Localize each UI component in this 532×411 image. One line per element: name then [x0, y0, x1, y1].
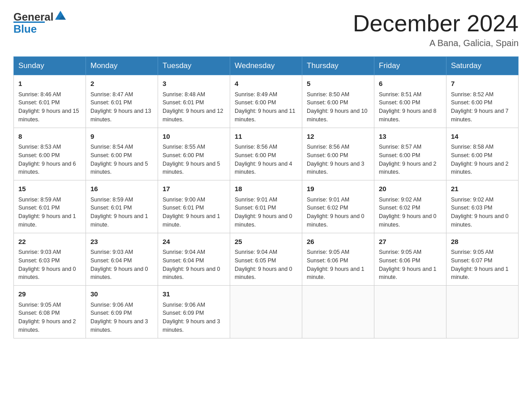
day-info: Sunrise: 8:56 AMSunset: 6:00 PMDaylight:… [235, 143, 297, 176]
day-number: 19 [307, 184, 369, 194]
day-info: Sunrise: 9:05 AMSunset: 6:07 PMDaylight:… [451, 248, 514, 282]
calendar-cell: 31Sunrise: 9:06 AMSunset: 6:09 PMDayligh… [158, 286, 230, 338]
col-header-thursday: Thursday [302, 57, 374, 75]
col-header-monday: Monday [86, 57, 158, 75]
calendar-cell: 3Sunrise: 8:48 AMSunset: 6:01 PMDaylight… [158, 75, 230, 128]
day-number: 30 [90, 289, 153, 300]
calendar-cell: 1Sunrise: 8:46 AMSunset: 6:01 PMDaylight… [14, 75, 86, 128]
day-number: 8 [18, 132, 81, 142]
day-number: 28 [451, 237, 514, 247]
day-number: 1 [18, 79, 81, 89]
day-info: Sunrise: 9:06 AMSunset: 6:09 PMDaylight:… [163, 301, 225, 334]
calendar-cell: 24Sunrise: 9:04 AMSunset: 6:04 PMDayligh… [158, 233, 230, 286]
calendar-table: SundayMondayTuesdayWednesdayThursdayFrid… [13, 56, 519, 338]
location: A Bana, Galicia, Spain [353, 38, 519, 48]
calendar-cell: 19Sunrise: 9:01 AMSunset: 6:02 PMDayligh… [302, 180, 374, 233]
day-number: 13 [379, 132, 442, 142]
calendar-cell: 6Sunrise: 8:51 AMSunset: 6:00 PMDaylight… [374, 75, 446, 128]
day-number: 25 [235, 237, 297, 247]
week-row-2: 8Sunrise: 8:53 AMSunset: 6:00 PMDaylight… [14, 128, 519, 180]
col-header-saturday: Saturday [446, 57, 519, 75]
calendar-cell: 5Sunrise: 8:50 AMSunset: 6:00 PMDaylight… [302, 75, 374, 128]
day-info: Sunrise: 8:51 AMSunset: 6:00 PMDaylight:… [379, 90, 442, 124]
header-right: December 2024 A Bana, Galicia, Spain [353, 11, 519, 48]
day-info: Sunrise: 9:03 AMSunset: 6:03 PMDaylight:… [18, 248, 81, 282]
day-number: 20 [379, 184, 442, 194]
day-number: 24 [163, 237, 225, 247]
col-header-sunday: Sunday [14, 57, 86, 75]
calendar-cell: 17Sunrise: 9:00 AMSunset: 6:01 PMDayligh… [158, 180, 230, 233]
page-header: General Blue December 2024 A Bana, Galic… [13, 11, 519, 48]
calendar-cell: 12Sunrise: 8:56 AMSunset: 6:00 PMDayligh… [302, 128, 374, 180]
day-number: 3 [163, 79, 225, 89]
logo-triangle-icon [54, 10, 67, 22]
day-number: 9 [90, 132, 153, 142]
logo-blue-text: Blue [13, 23, 37, 35]
day-number: 27 [379, 237, 442, 247]
day-number: 12 [307, 132, 369, 142]
day-info: Sunrise: 9:02 AMSunset: 6:03 PMDaylight:… [451, 196, 514, 229]
calendar-cell: 14Sunrise: 8:58 AMSunset: 6:00 PMDayligh… [446, 128, 519, 180]
day-info: Sunrise: 9:00 AMSunset: 6:01 PMDaylight:… [163, 196, 225, 229]
calendar-cell: 30Sunrise: 9:06 AMSunset: 6:09 PMDayligh… [86, 286, 158, 338]
day-info: Sunrise: 9:05 AMSunset: 6:06 PMDaylight:… [379, 248, 442, 282]
calendar-cell: 28Sunrise: 9:05 AMSunset: 6:07 PMDayligh… [446, 233, 519, 286]
calendar-cell [446, 286, 519, 338]
calendar-cell: 8Sunrise: 8:53 AMSunset: 6:00 PMDaylight… [14, 128, 86, 180]
logo: General Blue [13, 11, 67, 35]
week-row-4: 22Sunrise: 9:03 AMSunset: 6:03 PMDayligh… [14, 233, 519, 286]
calendar-cell: 4Sunrise: 8:49 AMSunset: 6:00 PMDaylight… [230, 75, 302, 128]
week-row-1: 1Sunrise: 8:46 AMSunset: 6:01 PMDaylight… [14, 75, 519, 128]
calendar-cell: 27Sunrise: 9:05 AMSunset: 6:06 PMDayligh… [374, 233, 446, 286]
col-header-tuesday: Tuesday [158, 57, 230, 75]
day-info: Sunrise: 8:46 AMSunset: 6:01 PMDaylight:… [18, 90, 81, 124]
calendar-cell: 29Sunrise: 9:05 AMSunset: 6:08 PMDayligh… [14, 286, 86, 338]
day-number: 18 [235, 184, 297, 194]
day-number: 23 [90, 237, 153, 247]
calendar-cell: 16Sunrise: 8:59 AMSunset: 6:01 PMDayligh… [86, 180, 158, 233]
calendar-header-row: SundayMondayTuesdayWednesdayThursdayFrid… [14, 57, 519, 75]
day-number: 16 [90, 184, 153, 194]
calendar-cell: 18Sunrise: 9:01 AMSunset: 6:01 PMDayligh… [230, 180, 302, 233]
calendar-cell: 23Sunrise: 9:03 AMSunset: 6:04 PMDayligh… [86, 233, 158, 286]
day-number: 11 [235, 132, 297, 142]
day-info: Sunrise: 9:05 AMSunset: 6:08 PMDaylight:… [18, 301, 81, 334]
calendar-cell: 22Sunrise: 9:03 AMSunset: 6:03 PMDayligh… [14, 233, 86, 286]
day-info: Sunrise: 9:02 AMSunset: 6:02 PMDaylight:… [379, 196, 442, 229]
day-number: 14 [451, 132, 514, 142]
calendar-cell: 10Sunrise: 8:55 AMSunset: 6:00 PMDayligh… [158, 128, 230, 180]
col-header-wednesday: Wednesday [230, 57, 302, 75]
day-info: Sunrise: 9:06 AMSunset: 6:09 PMDaylight:… [90, 301, 153, 334]
day-info: Sunrise: 8:59 AMSunset: 6:01 PMDaylight:… [18, 196, 81, 229]
day-info: Sunrise: 8:47 AMSunset: 6:01 PMDaylight:… [90, 90, 153, 124]
calendar-cell: 2Sunrise: 8:47 AMSunset: 6:01 PMDaylight… [86, 75, 158, 128]
day-number: 10 [163, 132, 225, 142]
day-info: Sunrise: 9:04 AMSunset: 6:05 PMDaylight:… [235, 248, 297, 282]
calendar-cell: 9Sunrise: 8:54 AMSunset: 6:00 PMDaylight… [86, 128, 158, 180]
calendar-cell: 25Sunrise: 9:04 AMSunset: 6:05 PMDayligh… [230, 233, 302, 286]
calendar-cell: 21Sunrise: 9:02 AMSunset: 6:03 PMDayligh… [446, 180, 519, 233]
day-number: 26 [307, 237, 369, 247]
calendar-cell: 11Sunrise: 8:56 AMSunset: 6:00 PMDayligh… [230, 128, 302, 180]
day-number: 31 [163, 289, 225, 300]
calendar-cell: 26Sunrise: 9:05 AMSunset: 6:06 PMDayligh… [302, 233, 374, 286]
calendar-cell: 15Sunrise: 8:59 AMSunset: 6:01 PMDayligh… [14, 180, 86, 233]
day-info: Sunrise: 8:53 AMSunset: 6:00 PMDaylight:… [18, 143, 81, 176]
calendar-cell [230, 286, 302, 338]
day-info: Sunrise: 8:57 AMSunset: 6:00 PMDaylight:… [379, 143, 442, 176]
col-header-friday: Friday [374, 57, 446, 75]
day-info: Sunrise: 9:04 AMSunset: 6:04 PMDaylight:… [163, 248, 225, 282]
day-info: Sunrise: 8:50 AMSunset: 6:00 PMDaylight:… [307, 90, 369, 124]
calendar-cell: 13Sunrise: 8:57 AMSunset: 6:00 PMDayligh… [374, 128, 446, 180]
calendar-cell: 7Sunrise: 8:52 AMSunset: 6:00 PMDaylight… [446, 75, 519, 128]
day-info: Sunrise: 8:59 AMSunset: 6:01 PMDaylight:… [90, 196, 153, 229]
day-number: 21 [451, 184, 514, 194]
day-number: 2 [90, 79, 153, 89]
day-number: 22 [18, 237, 81, 247]
day-info: Sunrise: 9:01 AMSunset: 6:02 PMDaylight:… [307, 196, 369, 229]
day-info: Sunrise: 8:54 AMSunset: 6:00 PMDaylight:… [90, 143, 153, 176]
month-title: December 2024 [353, 11, 519, 36]
week-row-5: 29Sunrise: 9:05 AMSunset: 6:08 PMDayligh… [14, 286, 519, 338]
calendar-cell: 20Sunrise: 9:02 AMSunset: 6:02 PMDayligh… [374, 180, 446, 233]
day-info: Sunrise: 9:05 AMSunset: 6:06 PMDaylight:… [307, 248, 369, 282]
